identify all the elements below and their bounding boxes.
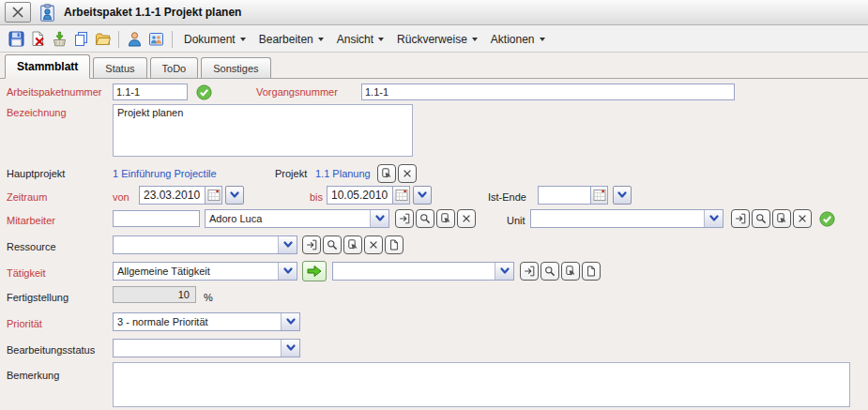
mitarbeiter-combo-input[interactable] [206, 210, 370, 227]
vorgangsnummer-input[interactable] [361, 84, 735, 100]
confirm-button[interactable] [819, 211, 835, 227]
employee-button[interactable] [124, 28, 145, 50]
transfer-button[interactable] [302, 261, 327, 281]
taetigkeit-sub-dropdown-button[interactable] [495, 263, 513, 280]
new-document-icon [586, 266, 597, 277]
ok-check-icon [819, 211, 835, 227]
ist-ende-dropdown-button[interactable] [613, 186, 632, 205]
arbeitspaketnummer-input[interactable] [113, 84, 188, 100]
taetigkeit-combo-input[interactable] [114, 263, 278, 280]
ressource-combo-input[interactable] [114, 236, 278, 253]
clear-x-icon [797, 213, 808, 224]
chevron-down-icon [540, 38, 545, 41]
goto-icon [735, 213, 746, 224]
menu-rueckverweise[interactable]: Rückverweise [390, 30, 484, 49]
new-record-button[interactable] [385, 235, 404, 254]
search-button[interactable] [541, 262, 559, 281]
menu-aktionen[interactable]: Aktionen [484, 30, 552, 49]
menu-dokument[interactable]: Dokument [177, 30, 252, 49]
bis-dropdown-button[interactable] [413, 186, 432, 205]
goto-icon [399, 213, 410, 224]
arbeitspaket-window: Arbeitspaket 1.1-1 Projekt planen [0, 0, 868, 410]
goto-record-button[interactable] [520, 262, 539, 281]
bearbeitungsstatus-combo [113, 339, 300, 357]
copy-button[interactable] [70, 28, 92, 50]
ist-ende-calendar-button[interactable] [590, 186, 608, 205]
clear-reference-button[interactable] [364, 235, 383, 254]
bezeichnung-textarea[interactable]: Projekt planen [113, 104, 413, 157]
von-calendar-button[interactable] [205, 186, 222, 205]
goto-record-button[interactable] [302, 235, 321, 254]
taetigkeit-dropdown-button[interactable] [278, 263, 297, 280]
prioritaet-label: Priorität [7, 318, 42, 329]
prioritaet-combo-input[interactable] [114, 313, 281, 330]
tab-todo[interactable]: ToDo [150, 57, 199, 78]
valid-check-icon [196, 84, 212, 100]
employee-icon [127, 31, 143, 47]
unit-dropdown-button[interactable] [704, 210, 723, 227]
close-button[interactable] [5, 2, 31, 23]
unit-label: Unit [507, 215, 525, 226]
paste-reference-button[interactable] [561, 262, 580, 281]
menu-bearbeiten[interactable]: Bearbeiten [252, 30, 330, 49]
prioritaet-combo [113, 312, 300, 331]
mitarbeiter-code-input[interactable] [113, 210, 200, 227]
mitarbeiter-label: Mitarbeiter [7, 215, 55, 226]
clear-x-icon [402, 168, 413, 179]
bemerkung-textarea[interactable] [113, 362, 850, 407]
search-button[interactable] [752, 209, 770, 228]
bis-calendar-button[interactable] [392, 186, 410, 205]
save-button[interactable] [6, 28, 27, 50]
paste-icon [565, 266, 576, 277]
delete-document-button[interactable] [27, 28, 49, 50]
mitarbeiter-dropdown-button[interactable] [370, 210, 388, 227]
clear-reference-button[interactable] [457, 209, 476, 228]
paste-reference-button[interactable] [377, 164, 396, 183]
bis-date-input[interactable] [327, 186, 392, 205]
paste-reference-button[interactable] [436, 209, 455, 228]
chevron-down-icon [378, 38, 384, 41]
bezeichnung-label: Bezeichnung [7, 107, 67, 118]
tab-status[interactable]: Status [93, 57, 146, 78]
percent-suffix: % [204, 292, 213, 303]
bearbeitungsstatus-dropdown-button[interactable] [281, 340, 299, 357]
stammblatt-form: Arbeitspaketnummer Vorgangsnummer Bezeic… [0, 79, 868, 410]
von-date-input[interactable] [139, 186, 205, 205]
folder-button[interactable] [92, 28, 114, 50]
prioritaet-dropdown-button[interactable] [281, 313, 299, 330]
paste-reference-button[interactable] [343, 235, 362, 254]
unit-combo-input[interactable] [531, 210, 704, 227]
von-datefield [139, 186, 222, 205]
tab-sonstiges[interactable]: Sonstiges [201, 57, 270, 78]
chevron-down-icon [708, 213, 720, 224]
paste-icon [776, 213, 787, 224]
search-button[interactable] [323, 235, 342, 254]
menu-ansicht[interactable]: Ansicht [330, 30, 390, 49]
window-title: Arbeitspaket 1.1-1 Projekt planen [64, 6, 241, 19]
goto-record-button[interactable] [731, 209, 750, 228]
taetigkeit-icon-buttons [520, 262, 601, 281]
checkout-basket-button[interactable] [49, 28, 70, 50]
projekt-link[interactable]: 1.1 Planung [315, 168, 371, 179]
ressource-dropdown-button[interactable] [278, 236, 297, 253]
menu-label: Bearbeiten [259, 33, 313, 46]
goto-record-button[interactable] [395, 209, 414, 228]
tab-stammblatt[interactable]: Stammblatt [5, 54, 90, 79]
clear-reference-button[interactable] [793, 209, 812, 228]
paste-icon [347, 239, 358, 251]
chevron-down-icon [617, 190, 628, 201]
taetigkeit-sub-combo-input[interactable] [333, 263, 495, 280]
new-record-button[interactable] [582, 262, 601, 281]
ist-ende-label: Ist-Ende [488, 191, 526, 203]
bearbeitungsstatus-combo-input[interactable] [114, 340, 281, 357]
team-button[interactable] [145, 28, 167, 50]
clear-reference-button[interactable] [398, 164, 417, 183]
search-button[interactable] [416, 209, 434, 228]
green-arrow-right-icon [307, 265, 322, 278]
paste-reference-button[interactable] [772, 209, 791, 228]
von-dropdown-button[interactable] [225, 186, 244, 205]
ist-ende-date-input[interactable] [538, 186, 590, 205]
hauptprojekt-link[interactable]: 1 Einführung Projectile [113, 168, 217, 179]
bis-label: bis [310, 191, 323, 203]
clear-x-icon [461, 213, 472, 224]
